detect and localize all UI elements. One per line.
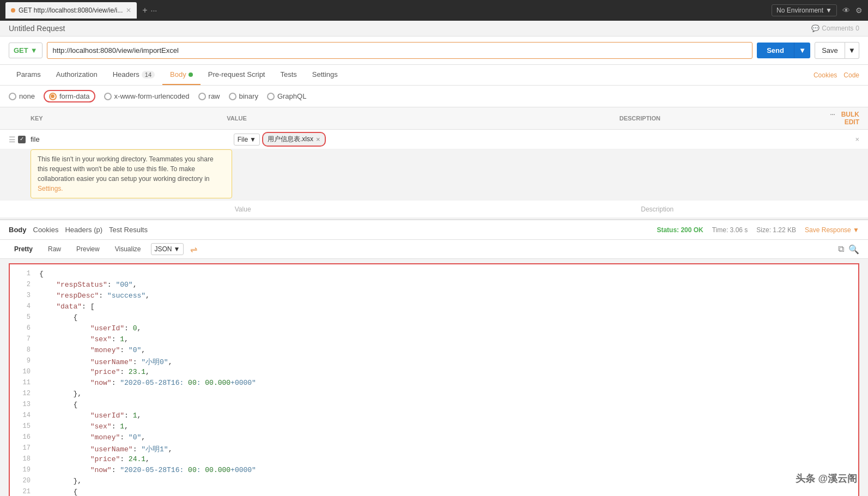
table-row: 8 "money": "0", [10, 346, 858, 357]
radio-form-data[interactable]: form-data [44, 90, 95, 102]
new-tab-button[interactable]: + [142, 5, 147, 15]
th-value: VALUE [227, 115, 620, 122]
radio-graphql[interactable]: GraphQL [267, 92, 306, 100]
response-time: Time: 3.06 s [712, 226, 748, 234]
save-dropdown-button[interactable]: ▼ [845, 42, 859, 59]
tooltip-box: This file isn't in your working director… [31, 149, 232, 198]
fmt-json-selector[interactable]: JSON ▼ [151, 243, 184, 255]
bulk-edit-button[interactable]: Bulk Edit [841, 111, 859, 126]
top-bar: GET http://localhost:8080/view/ie/i... ✕… [0, 0, 868, 21]
radio-none[interactable]: none [9, 92, 35, 100]
eye-icon[interactable]: 👁 [842, 6, 850, 15]
environment-selector[interactable]: No Environment ▼ [772, 4, 837, 16]
fmt-raw-button[interactable]: Raw [43, 243, 66, 255]
watermark: 头条 @溪云阁 [796, 472, 857, 485]
table-row: 20 }, [10, 477, 858, 488]
table-row: 1{ [10, 270, 858, 281]
tab-body[interactable]: Body [162, 65, 201, 85]
code-link[interactable]: Code [843, 71, 859, 79]
tab-tests[interactable]: Tests [272, 65, 304, 85]
radio-inner-form-data [51, 94, 54, 98]
table-row: 5 { [10, 313, 858, 324]
table-header: KEY VALUE DESCRIPTION ··· Bulk Edit [0, 107, 868, 130]
more-tabs-icon[interactable]: ··· [151, 6, 157, 15]
file-type-selector[interactable]: File ▼ [234, 134, 260, 146]
radio-btn-graphql [267, 93, 275, 100]
env-arrow-icon: ▼ [825, 7, 832, 14]
active-tab[interactable]: GET http://localhost:8080/view/ie/i... ✕ [5, 2, 137, 19]
body-options: none form-data x-www-form-urlencoded raw… [0, 86, 868, 107]
tooltip-settings-link[interactable]: Settings. [38, 185, 63, 192]
table-row: 10 "price": 23.1, [10, 368, 858, 379]
more-icon[interactable]: ··· [830, 111, 835, 118]
copy-icon[interactable]: ⧉ [838, 244, 844, 254]
tab-headers[interactable]: Headers 14 [105, 65, 162, 85]
request-bar: GET ▼ Send ▼ Save ▼ [0, 37, 868, 65]
response-size: Size: 1.22 KB [756, 226, 796, 234]
format-bar: Pretty Raw Preview Visualize JSON ▼ ⇌ ⧉ … [0, 240, 868, 259]
radio-btn-urlencoded [104, 93, 112, 100]
search-icon[interactable]: 🔍 [848, 244, 859, 255]
file-chip-remove-button[interactable]: × [316, 135, 320, 143]
drag-handle-icon[interactable]: ☰ [9, 135, 16, 144]
resp-tab-headers[interactable]: Headers (p) [65, 223, 102, 236]
response-status-area: Status: 200 OK Time: 3.06 s Size: 1.22 K… [657, 226, 859, 234]
tab-dot [11, 8, 15, 13]
tab-params[interactable]: Params [9, 65, 48, 85]
headers-badge: 14 [142, 71, 155, 78]
table-row: 18 "price": 24.1, [10, 455, 858, 466]
save-response-button[interactable]: Save Response ▼ [805, 226, 859, 234]
row-close-button[interactable]: × [843, 135, 859, 143]
comments-icon: 💬 [811, 25, 820, 32]
vd-desc-placeholder[interactable]: Description [639, 205, 843, 213]
save-button[interactable]: Save [815, 42, 845, 59]
resp-tab-test-results[interactable]: Test Results [109, 223, 148, 236]
radio-urlencoded[interactable]: x-www-form-urlencoded [104, 92, 190, 100]
radio-btn-form-data [49, 93, 57, 100]
cookies-link[interactable]: Cookies [814, 71, 837, 79]
radio-btn-binary [229, 93, 236, 100]
radio-binary[interactable]: binary [229, 92, 258, 100]
radio-btn-raw [198, 93, 206, 100]
send-dropdown-button[interactable]: ▼ [794, 43, 810, 58]
table-row: 9 "userName": "小明0", [10, 357, 858, 368]
method-selector[interactable]: GET ▼ [9, 43, 43, 58]
radio-raw[interactable]: raw [198, 92, 220, 100]
url-input[interactable] [47, 42, 753, 59]
code-area[interactable]: 1{2 "respStatus": "00",3 "respDesc": "su… [9, 263, 859, 496]
tab-authorization[interactable]: Authorization [48, 65, 105, 85]
table-row: 7 "sex": 1, [10, 335, 858, 346]
fmt-pretty-button[interactable]: Pretty [9, 243, 38, 255]
table-row: 2 "respStatus": "00", [10, 281, 858, 292]
th-desc: DESCRIPTION [620, 115, 816, 122]
fmt-visualize-button[interactable]: Visualize [110, 243, 147, 255]
row-checkbox: ☰ [9, 135, 31, 144]
send-button-group: Send ▼ [757, 43, 810, 58]
tab-settings[interactable]: Settings [305, 65, 345, 85]
body-active-dot [189, 72, 193, 77]
wrap-icon[interactable]: ⇌ [190, 244, 197, 255]
tab-label: GET http://localhost:8080/view/ie/i... [19, 7, 123, 14]
fmt-preview-button[interactable]: Preview [71, 243, 105, 255]
resp-tab-cookies[interactable]: Cookies [33, 223, 59, 236]
gear-icon[interactable]: ⚙ [855, 6, 863, 15]
page-title: Untitled Request [9, 24, 65, 33]
status-code: Status: 200 OK [657, 226, 703, 234]
fmt-right-buttons: ⧉ 🔍 [838, 244, 859, 255]
th-key: KEY [31, 115, 227, 122]
table-row: 3 "respDesc": "success", [10, 292, 858, 303]
table-row: 14 "userId": 1, [10, 412, 858, 422]
row-checkbox-input[interactable] [18, 136, 26, 143]
tooltip-text: This file isn't in your working director… [38, 155, 214, 183]
request-tabs: Params Authorization Headers 14 Body Pre… [0, 65, 868, 86]
tab-pre-request[interactable]: Pre-request Script [201, 65, 273, 85]
comments-button[interactable]: 💬 Comments 0 [811, 25, 859, 32]
response-bar: Body Cookies Headers (p) Test Results St… [0, 219, 868, 240]
send-button[interactable]: Send [757, 43, 794, 58]
tab-close-icon[interactable]: ✕ [126, 7, 131, 14]
resp-tab-body[interactable]: Body [9, 223, 27, 236]
table-row: 11 "now": "2020-05-28T16: 00: 00.000+000… [10, 379, 858, 390]
table-row: 4 "data": [ [10, 303, 858, 313]
right-tab-group: Cookies Code [814, 71, 859, 79]
vd-value-placeholder[interactable]: Value [233, 205, 639, 213]
